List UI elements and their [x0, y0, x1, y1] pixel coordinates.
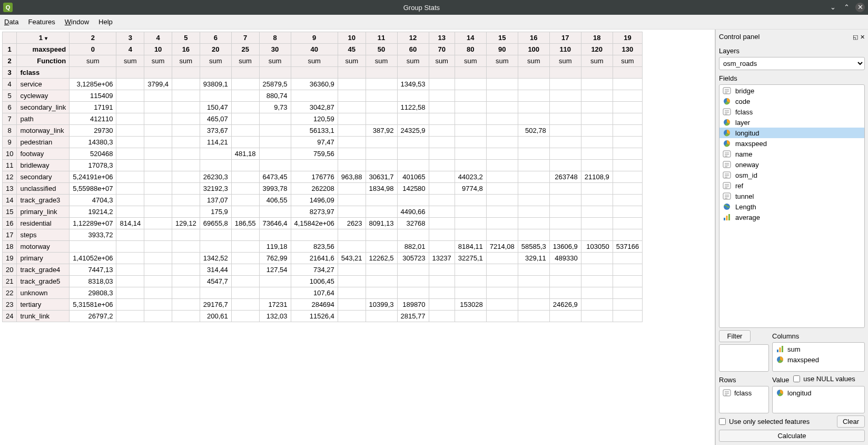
value-cell[interactable] — [581, 206, 613, 218]
value-cell[interactable]: 119,18 — [259, 241, 291, 253]
value-cell[interactable]: 3,1285e+06 — [70, 79, 116, 90]
value-cell[interactable] — [366, 160, 397, 171]
value-cell[interactable]: 262208 — [291, 183, 338, 195]
value-cell[interactable] — [581, 183, 613, 195]
value-cell[interactable] — [397, 113, 429, 125]
value-cell[interactable] — [338, 229, 366, 241]
value-cell[interactable] — [172, 264, 200, 276]
value-cell[interactable] — [231, 102, 259, 113]
value-cell[interactable]: 19214,2 — [70, 206, 116, 218]
value-cell[interactable] — [549, 183, 581, 195]
value-cell[interactable] — [172, 229, 200, 241]
value-cell[interactable] — [581, 311, 613, 322]
value-cell[interactable] — [144, 137, 172, 148]
value-cell[interactable] — [116, 241, 144, 253]
row-header[interactable]: 4 — [3, 79, 17, 90]
field-item-tunnel[interactable]: tunnel — [719, 191, 864, 201]
use-selected-checkbox[interactable]: Use only selected features — [719, 418, 834, 425]
value-cell[interactable] — [259, 113, 291, 125]
value-cell[interactable] — [338, 79, 366, 90]
value-cell[interactable] — [486, 229, 518, 241]
value-cell[interactable] — [429, 102, 455, 113]
corner-cell[interactable] — [3, 32, 17, 44]
value-cell[interactable]: 3993,78 — [259, 183, 291, 195]
value-cell[interactable] — [366, 90, 397, 102]
fclass-cell[interactable]: trunk_link — [17, 311, 70, 322]
value-cell[interactable] — [338, 241, 366, 253]
value-cell[interactable] — [518, 160, 549, 171]
value-cell[interactable] — [172, 125, 200, 137]
value-cell[interactable] — [581, 264, 613, 276]
value-cell[interactable] — [518, 195, 549, 206]
col-header[interactable]: 15 — [486, 32, 518, 44]
value-cell[interactable] — [200, 90, 231, 102]
detach-icon[interactable]: ◱ — [853, 34, 858, 40]
value-cell[interactable] — [366, 241, 397, 253]
value-cell[interactable] — [259, 125, 291, 137]
value-cell[interactable] — [455, 113, 486, 125]
value-cell[interactable]: 58585,3 — [518, 241, 549, 253]
value-cell[interactable] — [397, 287, 429, 299]
value-cell[interactable]: 8318,03 — [70, 276, 116, 287]
value-cell[interactable] — [429, 183, 455, 195]
value-cell[interactable] — [581, 195, 613, 206]
fclass-cell[interactable]: primary_link — [17, 206, 70, 218]
panel-close-icon[interactable]: ✕ — [860, 34, 865, 40]
value-cell[interactable]: 13606,9 — [549, 241, 581, 253]
field-item-Length[interactable]: Length — [719, 201, 864, 212]
value-cell[interactable]: 21108,9 — [581, 171, 613, 183]
fclass-cell[interactable]: motorway — [17, 241, 70, 253]
value-cell[interactable] — [116, 90, 144, 102]
value-cell[interactable] — [231, 206, 259, 218]
value-cell[interactable] — [581, 79, 613, 90]
value-cell[interactable] — [429, 171, 455, 183]
value-cell[interactable] — [486, 102, 518, 113]
value-cell[interactable] — [144, 206, 172, 218]
value-cell[interactable] — [144, 287, 172, 299]
row-header[interactable]: 11 — [3, 160, 17, 171]
fclass-cell[interactable]: track_grade5 — [17, 276, 70, 287]
value-cell[interactable] — [429, 218, 455, 229]
value-cell[interactable]: 150,47 — [200, 102, 231, 113]
field-item-average[interactable]: average — [719, 212, 864, 222]
value-cell[interactable] — [549, 160, 581, 171]
value-cell[interactable] — [172, 160, 200, 171]
value-cell[interactable]: 32192,3 — [200, 183, 231, 195]
row-header[interactable]: 10 — [3, 148, 17, 160]
value-cell[interactable] — [429, 299, 455, 311]
value-cell[interactable]: 2623 — [338, 218, 366, 229]
fclass-cell[interactable]: unclassified — [17, 183, 70, 195]
value-cell[interactable] — [397, 195, 429, 206]
value-cell[interactable] — [429, 125, 455, 137]
col-header[interactable]: 12 — [397, 32, 429, 44]
value-cell[interactable] — [116, 113, 144, 125]
value-cell[interactable]: 186,55 — [231, 218, 259, 229]
value-cell[interactable]: 21641,6 — [291, 253, 338, 264]
value-cell[interactable] — [486, 195, 518, 206]
value-cell[interactable]: 489330 — [549, 253, 581, 264]
menu-features[interactable]: Features — [28, 18, 55, 26]
value-cell[interactable] — [231, 311, 259, 322]
value-cell[interactable] — [518, 264, 549, 276]
row-header[interactable]: 17 — [3, 229, 17, 241]
row-header[interactable]: 5 — [3, 90, 17, 102]
value-cell[interactable] — [172, 241, 200, 253]
value-cell[interactable]: 734,27 — [291, 264, 338, 276]
value-cell[interactable] — [581, 148, 613, 160]
value-cell[interactable] — [144, 264, 172, 276]
row-header[interactable]: 21 — [3, 276, 17, 287]
value-cell[interactable]: 1122,58 — [397, 102, 429, 113]
value-cell[interactable]: 24325,9 — [397, 125, 429, 137]
value-cell[interactable]: 1,41052e+06 — [70, 253, 116, 264]
value-cell[interactable] — [613, 287, 642, 299]
value-cell[interactable] — [291, 229, 338, 241]
value-cell[interactable] — [172, 299, 200, 311]
value-cell[interactable] — [231, 183, 259, 195]
value-cell[interactable]: 1342,52 — [200, 253, 231, 264]
value-cell[interactable] — [200, 160, 231, 171]
value-cell[interactable] — [581, 287, 613, 299]
value-cell[interactable] — [455, 102, 486, 113]
value-cell[interactable]: 1834,98 — [366, 183, 397, 195]
maximize-icon[interactable]: ⌃ — [842, 3, 851, 12]
value-cell[interactable] — [613, 206, 642, 218]
